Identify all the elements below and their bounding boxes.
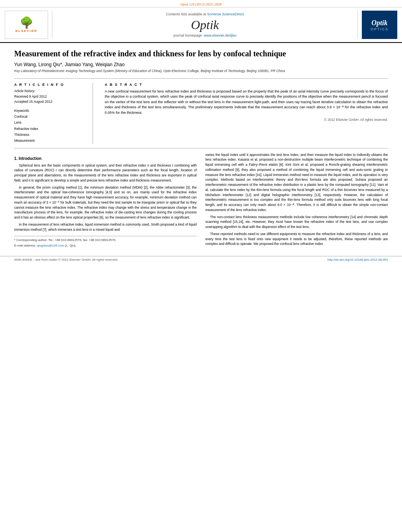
affiliation-text: Key Laboratory of Photoelectronic Imagin… (14, 69, 388, 74)
right-body-column: varies the liquid index until it approxi… (206, 152, 388, 249)
top-bar: Optik 124 (2013) 2825–2828 (0, 0, 402, 7)
contents-availability-line: Contents lists available at SciVerse Sci… (166, 12, 244, 16)
abstract-heading: A B S T R A C T (105, 83, 388, 87)
keyword-refractive-index: Refractive index (14, 126, 85, 132)
intro-para-2: In general, the prism coupling method [1… (14, 185, 197, 220)
elsevier-tree-icon: 🌳 (20, 17, 33, 28)
content-area: Measurement of the refractive index and … (0, 43, 402, 253)
corresponding-footnote: * Corresponding author. Tel.: +86 010 68… (14, 238, 197, 243)
divider-top (14, 78, 388, 79)
article-info-column: A R T I C L E I N F O Article history: R… (14, 83, 93, 144)
body-columns: 1. Introduction Spherical lens are the b… (14, 152, 388, 249)
keywords-label: Keywords: (14, 109, 85, 113)
received-date: Received 9 April 2012 (14, 94, 85, 100)
footer-doi-link[interactable]: http://dx.doi.org/10.1016/j.ijleo.2012.0… (328, 258, 388, 261)
footnote-area: * Corresponding author. Tel.: +86 010 68… (14, 236, 197, 248)
abstract-column: A B S T R A C T A new confocal measureme… (105, 83, 388, 144)
sciverse-link[interactable]: SciVerse ScienceDirect (207, 12, 244, 16)
abstract-text: A new confocal measurement for lens refr… (105, 89, 388, 116)
keyword-lens: Lens (14, 120, 85, 126)
email-link[interactable]: qiugrass@126.com (37, 244, 64, 247)
elsevier-text: ELSEVIER (15, 29, 37, 33)
right-para-2: The non-contact lens thickness measureme… (206, 215, 388, 230)
keyword-thickness: Thickness (14, 132, 85, 138)
keyword-confocal: Confocal (14, 114, 85, 120)
intro-para-1: Spherical lens are the basic components … (14, 163, 197, 183)
authors-line: Yun Wang, Lirong Qiu*, Jiamiao Yang, Wei… (14, 62, 388, 67)
contents-text: Contents lists available at (166, 12, 206, 16)
email-label: E-mail address: (14, 244, 37, 247)
journal-title-text: Optik (191, 19, 219, 31)
optik-logo-label: Optik (371, 19, 387, 27)
homepage-text: journal homepage: (173, 33, 203, 37)
divider-middle (14, 148, 388, 148)
keyword-measurement: Measurement (14, 138, 85, 144)
right-para-1: varies the liquid index until it approxi… (206, 152, 388, 213)
journal-volume-info: Optik 124 (2013) 2825–2828 (180, 2, 222, 6)
intro-para-3: In the measurement of lens refractive in… (14, 222, 197, 232)
footer-bar: 0030-4026/$ – see front matter © 2012 El… (0, 256, 402, 263)
accepted-date: Accepted 15 August 2012 (14, 99, 85, 105)
homepage-line: journal homepage: www.elsevier.de/ijleo (173, 33, 236, 37)
elsevier-logo: 🌳 ELSEVIER (5, 11, 48, 39)
journal-center: Contents lists available at SciVerse Sci… (52, 11, 358, 39)
optics-logo-label: OPTICS (371, 27, 389, 31)
section-number: 1. (14, 156, 17, 161)
footer-copyright: 0030-4026/$ – see front matter © 2012 El… (14, 258, 118, 261)
email-footnote: E-mail address: qiugrass@126.com (L. Qiu… (14, 243, 197, 248)
journal-header: 🌳 ELSEVIER Contents lists available at S… (0, 7, 402, 43)
right-para-3: These reported methods need to use diffe… (206, 232, 388, 247)
article-history-dates: Received 9 April 2012 Accepted 15 August… (14, 94, 85, 105)
paper-title: Measurement of the refractive index and … (14, 48, 388, 59)
email-person: (L. Qiu). (65, 244, 76, 247)
homepage-link[interactable]: www.elsevier.de/ijleo (204, 33, 237, 37)
info-abstract-columns: A R T I C L E I N F O Article history: R… (14, 83, 388, 144)
section-1-title: 1. Introduction (14, 156, 197, 161)
left-body-column: 1. Introduction Spherical lens are the b… (14, 152, 197, 249)
keywords-list: Confocal Lens Refractive index Thickness… (14, 114, 85, 144)
optik-logo-box: Optik OPTICS (362, 11, 397, 39)
article-info-heading: A R T I C L E I N F O (14, 83, 85, 87)
copyright-line: © 2012 Elsevier GmbH. All rights reserve… (105, 118, 388, 122)
article-history-label: Article history: (14, 89, 85, 93)
page-wrapper: Optik 124 (2013) 2825–2828 🌳 ELSEVIER Co… (0, 0, 402, 263)
section-title-text: Introduction (19, 156, 41, 161)
authors-text: Yun Wang, Lirong Qiu*, Jiamiao Yang, Wei… (14, 62, 124, 67)
